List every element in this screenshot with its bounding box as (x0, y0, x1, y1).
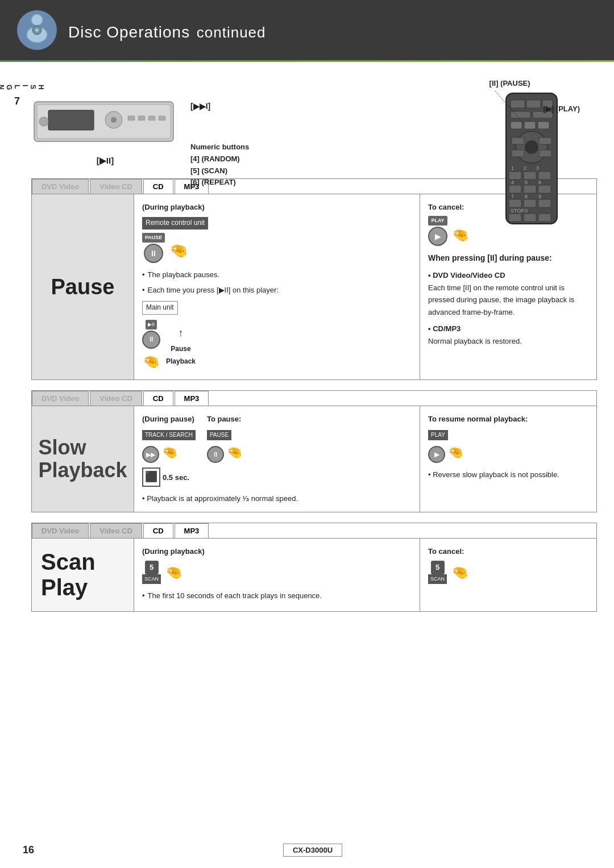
header-icon (17, 10, 57, 50)
svg-point-3 (35, 28, 39, 32)
svg-text:3: 3 (536, 165, 539, 171)
svg-rect-39 (524, 185, 536, 193)
hand-scan-cancel: 🤏 (451, 561, 468, 584)
numeric-label-4: [4] (RANDOM) (190, 155, 240, 163)
header-subtitle: continued (197, 24, 266, 41)
pause-mid-col: (During playback) Remote control unit PA… (134, 194, 420, 379)
pause-title-cell: Pause (32, 194, 134, 379)
tab-dvdvideo-scan[interactable]: DVD Video (32, 523, 89, 538)
cancel-play-graphic: PLAY ▶ (428, 216, 447, 246)
svg-rect-51 (538, 214, 551, 222)
svg-rect-40 (538, 185, 551, 193)
tab-cd-pause[interactable]: CD (143, 179, 173, 194)
scan-to-cancel: To cancel: (428, 545, 588, 557)
svg-rect-27 (512, 150, 524, 157)
tab-dvdvideo-pause[interactable]: DVD Video (32, 179, 89, 194)
cancel-play-btn-label: PLAY (428, 216, 447, 226)
scan-btn-graphic: 5 SCAN (142, 561, 161, 584)
svg-rect-44 (509, 199, 521, 207)
svg-rect-12 (159, 116, 165, 120)
numeric-label-title: Numeric buttons (190, 143, 249, 151)
slow-play-btn: ▶ (428, 446, 445, 463)
when-pressing-title: When pressing [II] during pause: (428, 252, 588, 265)
tab-mp3-scan[interactable]: MP3 (175, 523, 209, 538)
svg-text:1: 1 (511, 165, 514, 171)
pause-btn-circle: ⏸ (144, 244, 163, 263)
header-title: Disc Operations continued (68, 18, 266, 43)
slow-to-resume: To resume normal playback: (428, 413, 588, 425)
svg-rect-50 (524, 214, 536, 222)
slow-title-cell: Slow Playback (32, 406, 134, 511)
slow-pause-graphic: ⏸ (207, 446, 224, 463)
slow-bullet2: • Reverse slow playback is not possible. (428, 469, 588, 481)
scan-cancel-btn-graphic: 5 SCAN (428, 561, 447, 584)
svg-rect-26 (539, 137, 551, 144)
pause-play-diagram: ▶II ⏸ 🤏 (142, 320, 160, 373)
svg-text:6: 6 (538, 180, 541, 185)
scan-bullet1: • The first 10 seconds of each track pla… (142, 590, 412, 602)
pause-bullet1: • The playback pauses. (142, 269, 412, 281)
svg-point-0 (31, 14, 43, 26)
cdmp3-text: Normal playback is restored. (428, 335, 588, 347)
tab-videocd-scan[interactable]: Video CD (90, 523, 142, 538)
slow-track-btn: ▶▶ (142, 446, 159, 463)
slow-during-label: (During pause) (142, 413, 196, 425)
slow-title1: Slow (38, 436, 127, 459)
pause-label-top: [II] (PAUSE) (489, 79, 530, 87)
pause-button-graphic: PAUSE ⏸ (142, 233, 165, 263)
svg-rect-22 (538, 122, 549, 129)
tab-dvdvideo-slow[interactable]: DVD Video (32, 391, 89, 406)
model-number: CX-D3000U (283, 844, 342, 857)
pause-title: Pause (51, 275, 115, 299)
svg-rect-46 (538, 199, 551, 207)
skip-label: [▶▶I] (190, 102, 210, 111)
scan-content: Scan Play (During playback) 5 SCAN 🤏 (32, 539, 596, 612)
svg-rect-11 (148, 116, 155, 120)
hand-scan: 🤏 (165, 561, 182, 584)
svg-text:4: 4 (511, 180, 514, 185)
svg-text:STOP: STOP (511, 208, 524, 214)
tab-videocd-pause[interactable]: Video CD (90, 179, 142, 194)
scan-cancel-label: SCAN (428, 574, 447, 584)
footer: 16 CX-D3000U (0, 844, 614, 857)
scan-play-section: DVD Video Video CD CD MP3 Scan Play (Dur… (31, 523, 597, 612)
scan-cancel-number: 5 (431, 561, 445, 574)
svg-text:0: 0 (525, 208, 528, 214)
hand-slow-play: 🤏 (448, 443, 463, 463)
slow-bullet2-text: Reverse slow playback is not possible. (433, 470, 559, 479)
player-label: [▶II] (31, 156, 179, 166)
tab-videocd-slow[interactable]: Video CD (90, 391, 142, 406)
svg-rect-32 (509, 172, 521, 180)
pause-when-pressing-block: When pressing [II] during pause: • DVD V… (428, 252, 588, 347)
language-page-num: 7 (14, 95, 20, 107)
slow-right-col: To resume normal playback: PLAY ▶ 🤏 • Re… (420, 406, 596, 511)
dvd-video-cd-text: Each time [II] on the remote control uni… (428, 282, 588, 318)
tab-cd-scan[interactable]: CD (143, 523, 173, 538)
svg-text:8: 8 (525, 194, 528, 199)
scan-during-label: (During playback) (142, 545, 412, 557)
tab-mp3-slow[interactable]: MP3 (175, 391, 209, 406)
pause-btn-label: PAUSE (142, 233, 165, 243)
tab-cd-slow[interactable]: CD (143, 391, 173, 406)
svg-rect-38 (509, 185, 521, 193)
svg-rect-9 (128, 116, 135, 120)
svg-rect-45 (524, 199, 536, 207)
svg-text:7: 7 (511, 194, 514, 199)
svg-rect-16 (526, 100, 541, 108)
slow-pause-label: PAUSE (207, 430, 231, 441)
scan-label: SCAN (142, 574, 161, 584)
svg-rect-33 (524, 172, 536, 180)
svg-rect-10 (138, 116, 145, 120)
slow-play-label: PLAY (428, 430, 448, 441)
slow-content: Slow Playback (During pause) TRACK / SEA… (32, 406, 596, 511)
cd-player-diagram: [▶II] (31, 90, 179, 166)
pause-bullet2-text: Each time you press [▶II] on this player… (148, 284, 279, 296)
svg-point-8 (111, 117, 117, 123)
scan-mid-col: (During playback) 5 SCAN 🤏 • (134, 539, 420, 612)
sec-label: ⬛ 0.5 sec. (142, 468, 196, 487)
scan-bullet1-text: The first 10 seconds of each track plays… (148, 590, 322, 602)
hand-finger-pause: 🤏 (169, 239, 188, 263)
page-number: 16 (23, 844, 34, 856)
play-label-right: [▶] (PLAY) (544, 105, 580, 113)
numeric-label-6: [6] (REPEAT) (190, 178, 236, 186)
